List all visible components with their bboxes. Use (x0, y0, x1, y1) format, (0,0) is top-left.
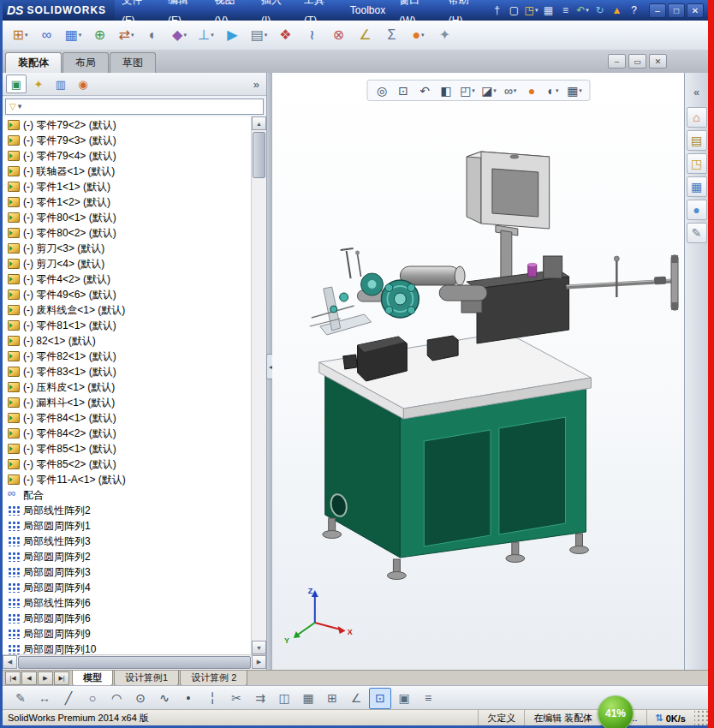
new-motion-study-icon[interactable]: ▶ (220, 23, 245, 48)
explode-line-sketch-icon[interactable]: ≀ (300, 23, 324, 48)
tree-item[interactable]: 局部圆周阵列10 (3, 641, 251, 654)
tree-item[interactable]: 局部线性阵列6 (3, 595, 251, 611)
viewport-layout-icon[interactable]: ▣ (393, 688, 415, 709)
document-minimize-icon[interactable]: – (608, 54, 626, 69)
tree-horizontal-scrollbar[interactable]: ◀ ▶ (3, 654, 266, 670)
spline-icon[interactable]: ∿ (153, 688, 176, 709)
linear-sketch-pattern-icon[interactable]: ▦ (297, 688, 319, 709)
mass-properties-icon[interactable]: Σ (379, 23, 404, 48)
circle-icon[interactable]: ○ (81, 688, 104, 709)
trim-entities-icon[interactable]: ✂ (225, 688, 247, 709)
bill-of-materials-icon[interactable]: ▤ (247, 23, 271, 48)
new-document-icon[interactable]: ▢ (506, 3, 522, 18)
prev-tab-button[interactable]: ◀ (21, 671, 37, 685)
appearances-icon[interactable]: ● (406, 23, 431, 48)
point-icon[interactable]: • (177, 688, 199, 709)
tree-item[interactable]: 局部圆周阵列2 (3, 549, 251, 564)
tree-item[interactable]: (-) 零件85<1> (默认) (3, 441, 251, 456)
last-tab-button[interactable]: ▶| (54, 671, 69, 685)
tree-item[interactable]: (-) 零件49<6> (默认) (3, 287, 251, 302)
insert-components-icon[interactable]: ⊞ (8, 23, 33, 48)
graphics-area[interactable]: ◎ ⊡ ↶ ◧ ◰ (272, 73, 684, 670)
tree-item[interactable]: (-) 零件1<1> (默认) (3, 179, 251, 194)
tree-item[interactable]: 局部线性阵列2 (3, 503, 251, 518)
display-grid-icon[interactable]: ⊞ (321, 688, 343, 709)
propertymanager-tab[interactable]: ✦ (28, 75, 49, 93)
tree-item[interactable]: 局部圆周阵列1 (3, 518, 251, 534)
scroll-left-button[interactable]: ◀ (3, 655, 17, 669)
speed-ball-overlay[interactable]: 41% (598, 695, 634, 728)
document-restore-icon[interactable]: ▭ (628, 54, 646, 69)
tree-vertical-scrollbar[interactable]: ▲ ▼ (251, 116, 266, 654)
filter-dropdown-icon[interactable]: ▾ (18, 102, 22, 110)
tree-item[interactable]: (-) 零件79<4> (默认) (3, 148, 251, 164)
tree-item[interactable]: (-) 零件81<1> (默认) (3, 318, 251, 333)
command-tab[interactable]: 草图 (110, 52, 156, 73)
mirror-entities-icon[interactable]: ◫ (273, 688, 295, 709)
resize-grip[interactable] (694, 710, 708, 726)
tree-item[interactable]: 配合 (3, 487, 251, 503)
panel-overflow-button[interactable]: » (250, 78, 263, 91)
view-palette-icon[interactable]: ▦ (687, 176, 707, 197)
solidworks-resources-icon[interactable]: ⌂ (687, 107, 707, 128)
sketch-icon[interactable]: ✎ (9, 688, 32, 709)
tree-item[interactable]: (-) 零件84<2> (默认) (3, 426, 251, 441)
previous-view-icon[interactable]: ↶ (415, 82, 434, 98)
line-icon[interactable]: ╱ (57, 688, 80, 709)
scroll-down-button[interactable]: ▼ (252, 641, 266, 654)
tree-item[interactable]: (-) 零件4<2> (默认) (3, 272, 251, 287)
tree-item[interactable]: (-) 压料皮<1> (默认) (3, 379, 251, 395)
tree-item[interactable]: 局部圆周阵列6 (3, 611, 251, 626)
apply-scene-icon[interactable]: ◐ (544, 82, 562, 98)
alert-shield-icon[interactable]: ▲ (609, 3, 625, 18)
configurationmanager-tab[interactable]: ▥ (51, 75, 71, 93)
tree-item[interactable]: 局部圆周阵列4 (3, 580, 251, 595)
smart-dimension-icon[interactable]: ↔ (33, 688, 56, 709)
tree-item[interactable]: (-) 联轴器<1> (默认) (3, 164, 251, 179)
tree-item[interactable]: (-) 零件85<2> (默认) (3, 456, 251, 472)
convert-entities-icon[interactable]: ⇉ (249, 688, 271, 709)
move-component-icon[interactable]: ⇄ (114, 23, 139, 48)
undo-icon[interactable]: ↶ (574, 3, 591, 18)
design-library-icon[interactable]: ▤ (687, 130, 707, 151)
model-tab[interactable]: 模型 (72, 671, 113, 686)
tree-item[interactable]: (-) 零件84<1> (默认) (3, 410, 251, 426)
zoom-fit-icon[interactable]: ◎ (372, 82, 391, 98)
measure-icon[interactable]: ∠ (353, 23, 378, 48)
tree-item[interactable]: (-) 零件1<2> (默认) (3, 194, 251, 210)
angle-snap-icon[interactable]: ∠ (345, 688, 367, 709)
centerline-icon[interactable]: ╎ (201, 688, 223, 709)
pin-icon[interactable]: † (489, 3, 505, 18)
tree-item[interactable]: (-) 零件11-A<1> (默认) (3, 472, 251, 487)
tree-item[interactable]: (-) 零件79<2> (默认) (3, 117, 251, 133)
view-settings-icon[interactable]: ▦ (565, 82, 584, 98)
assembly-model-3d[interactable]: Z X Y (272, 73, 684, 670)
scroll-up-button[interactable]: ▲ (252, 116, 266, 130)
tree-item[interactable]: 局部圆周阵列9 (3, 626, 251, 641)
first-tab-button[interactable]: |◀ (5, 671, 21, 685)
tree-item[interactable]: (-) 零件80<2> (默认) (3, 225, 251, 241)
edit-appearance-icon[interactable]: ● (522, 82, 541, 98)
featuremanager-tree-tab[interactable]: ▣ (6, 75, 27, 93)
displaymanager-tab[interactable]: ◉ (73, 75, 93, 93)
mate-icon[interactable]: ∞ (34, 23, 59, 48)
scroll-thumb-horizontal[interactable] (18, 656, 251, 669)
model-tab[interactable]: 设计算例1 (114, 671, 179, 686)
help-icon[interactable]: ? (626, 3, 642, 18)
exploded-view-icon[interactable]: ❖ (273, 23, 298, 48)
section-view-icon[interactable]: ◧ (437, 82, 455, 98)
view-orientation-icon[interactable]: ◰ (458, 82, 477, 98)
document-close-icon[interactable]: ✕ (649, 54, 667, 69)
tree-item[interactable]: (-) 零件82<1> (默认) (3, 349, 251, 364)
save-icon[interactable]: ▦ (540, 3, 556, 18)
tree-item[interactable]: (-) 剪刀<3> (默认) (3, 241, 251, 256)
display-style-icon[interactable]: ◪ (479, 82, 498, 98)
hide-show-items-icon[interactable]: ∞ (501, 82, 520, 98)
tree-item[interactable]: (-) 剪刀<4> (默认) (3, 256, 251, 272)
tree-item[interactable]: (-) 零件83<1> (默认) (3, 364, 251, 379)
rebuild-icon[interactable]: ↻ (592, 3, 608, 18)
model-tab[interactable]: 设计算例 2 (180, 671, 247, 686)
model-rod-handle[interactable] (567, 255, 678, 310)
ellipse-icon[interactable]: ⊙ (129, 688, 152, 709)
tree-item[interactable]: 局部圆周阵列3 (3, 564, 251, 580)
